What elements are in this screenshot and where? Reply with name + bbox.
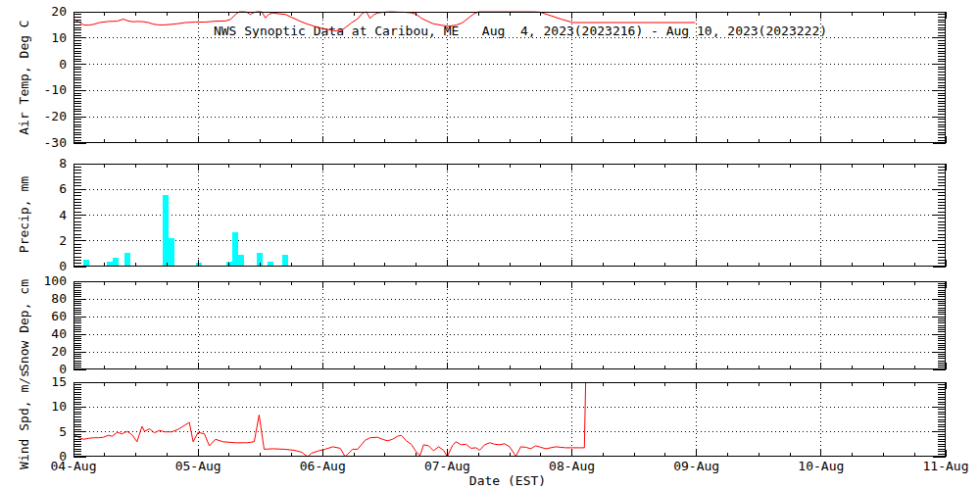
precip-bar [257, 253, 263, 267]
x-axis-title: Date (EST) [469, 474, 546, 487]
y-tick-label: -30 [0, 136, 67, 150]
precip-bar [124, 253, 130, 267]
y-tick-label: 4 [0, 209, 67, 222]
plot-panel-air-temp [74, 12, 946, 143]
x-tick-label: 10-Aug [798, 460, 844, 472]
synoptic-chart-figure: Air Temp, Deg C Precip, mm Snow Dep, cm … [0, 0, 980, 490]
y-tick-label: 5 [0, 425, 67, 439]
precip-bar [113, 258, 119, 267]
y-tick-label: 80 [0, 292, 67, 306]
wind-speed-line [74, 382, 586, 457]
precip-bar [169, 238, 174, 267]
x-tick-label: 06-Aug [300, 460, 346, 472]
precip-bar [282, 255, 288, 267]
y-tick-label: 100 [0, 274, 67, 288]
y-tick-label: 0 [0, 58, 67, 72]
y-tick-label: -10 [0, 83, 67, 97]
y-tick-label: 20 [0, 5, 67, 19]
x-tick-label: 09-Aug [673, 460, 719, 472]
precip-bar [232, 232, 238, 267]
plot-panel-snow-depth [74, 281, 946, 369]
y-tick-label: 2 [0, 234, 67, 248]
y-tick-label: 6 [0, 182, 67, 196]
plot-panel-wind-speed [74, 382, 946, 457]
x-tick-label: 04-Aug [51, 460, 97, 472]
y-tick-label: 10 [0, 31, 67, 45]
precip-bar [83, 260, 89, 267]
x-tick-label: 11-Aug [923, 460, 969, 472]
precip-bar [238, 255, 244, 267]
x-tick-label: 07-Aug [424, 460, 470, 472]
y-tick-label: 20 [0, 345, 67, 359]
y-tick-label: 0 [0, 260, 67, 273]
plot-panel-precip [74, 164, 946, 267]
y-tick-label: 15 [0, 375, 67, 389]
x-tick-label: 08-Aug [549, 460, 595, 472]
y-tick-label: 40 [0, 327, 67, 341]
y-tick-label: 8 [0, 157, 67, 171]
precip-bar [163, 195, 169, 268]
y-tick-label: -20 [0, 110, 67, 123]
x-tick-label: 05-Aug [175, 460, 221, 472]
y-tick-label: 60 [0, 310, 67, 323]
y-tick-label: 10 [0, 400, 67, 414]
